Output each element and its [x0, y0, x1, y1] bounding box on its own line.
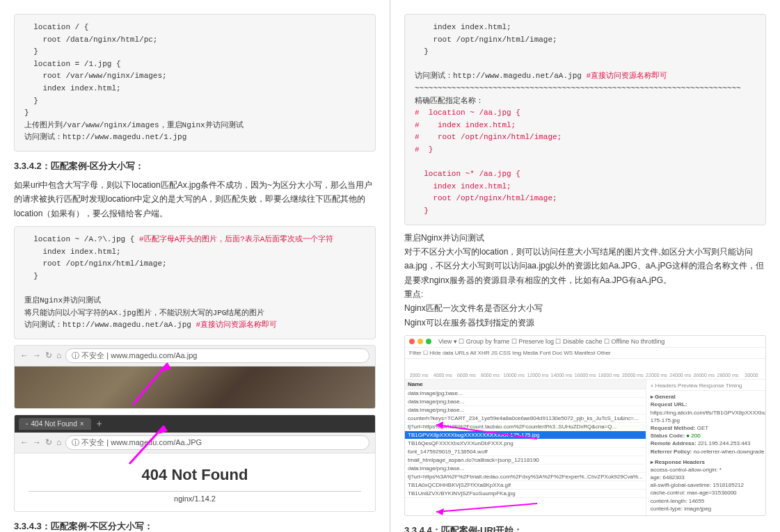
- response-header-row: access-control-allow-origin: *: [651, 466, 766, 474]
- name-column-header: Name: [405, 380, 646, 389]
- label: Referrer Policy:: [651, 449, 694, 455]
- code-text-with-comments: # location ~ /aa.jpg { # index index.htm…: [415, 108, 562, 215]
- response-header-row: content-length: 14655: [651, 497, 766, 505]
- toolbar-options[interactable]: View ▾ ☐ Group by frame ☐ Preserve log ☐…: [438, 338, 664, 345]
- request-row[interactable]: TB1Un8ZVX/BYKINVjSZFsoSuumpFKa.jpg: [405, 490, 646, 498]
- url-input[interactable]: ⓘ 不安全 | www.magedu.com/Aa.jpg: [65, 348, 369, 363]
- timeline-tick: 16000 ms: [574, 373, 596, 378]
- timeline-tick: 12000 ms: [527, 373, 549, 378]
- forward-icon[interactable]: →: [33, 437, 41, 447]
- response-header-row: ali-swift-global-savetime: 1518185212: [651, 481, 766, 489]
- value: https://img.alicdn.com/tfs/TB1GPVX8pXXXX…: [651, 410, 766, 424]
- url-text: www.magedu.com/Aa.JPG: [111, 438, 202, 446]
- request-row[interactable]: TB16QesQFXXXXbsXVXXunDbFXXX.png: [405, 440, 646, 448]
- browser-screenshot-404: ▫ 404 Not Found × + ← → ↻ ⌂ ⓘ 不安全 | www.…: [14, 414, 376, 512]
- minimize-dot-icon[interactable]: [417, 339, 423, 344]
- heading-3344: 3.3.4.4：匹配案例-URI开始：: [404, 524, 766, 532]
- separator-line: ~~~~~~~~~~~~~~~~~~~~~~~~~~~~~~~~~~~~~~~~…: [415, 84, 741, 92]
- timeline-tick: 24000 ms: [669, 373, 692, 378]
- devtools-toolbar: View ▾ ☐ Group by frame ☐ Preserve log ☐…: [405, 336, 765, 348]
- left-column: location / { root /data/nginx/html/pc; }…: [0, 0, 390, 532]
- request-row[interactable]: data:image/png;base...: [405, 465, 646, 473]
- timeline-tick: 22000 ms: [645, 373, 667, 378]
- response-headers-header[interactable]: ▸ Response Headers: [651, 458, 766, 466]
- arrow-annotation-icon: [433, 501, 544, 515]
- value: GET: [697, 425, 708, 431]
- back-icon[interactable]: ←: [20, 437, 29, 447]
- code-line: index index.html; root /opt/nginx/html/i…: [24, 248, 264, 330]
- new-tab-icon[interactable]: +: [94, 418, 105, 429]
- insecure-label: 不安全: [81, 351, 104, 360]
- code-comment: #直接访问资源名称即可: [196, 321, 277, 329]
- home-icon[interactable]: ⌂: [56, 350, 61, 360]
- close-tab-icon[interactable]: ×: [80, 420, 84, 428]
- devtools-split-pane: Name data:image/jpg;base... data:image/p…: [405, 380, 765, 515]
- code-comment: #匹配字母A开头的图片，后面?表示A后面零次或一个字符: [139, 235, 333, 243]
- heading-3342: 3.3.4.2：匹配案例-区分大小写：: [14, 160, 376, 172]
- insecure-icon: ⓘ: [72, 438, 79, 446]
- insecure-label: 不安全: [81, 438, 104, 446]
- detail-tabs[interactable]: × Headers Preview Response Timing: [651, 382, 766, 391]
- value: ● 200: [686, 433, 700, 439]
- request-row[interactable]: font_1475929019_7138504.woff: [405, 448, 646, 456]
- devtools-filter-bar[interactable]: Filter ☐ Hide data URLs All XHR JS CSS I…: [405, 348, 765, 359]
- browser-tab-bar: ▫ 404 Not Found × +: [15, 415, 375, 433]
- label: Request URL:: [651, 401, 687, 408]
- request-row-selected[interactable]: TB1GPVX8pXXXXbugXXXXXXXXXXXX-175-175.jpg: [405, 431, 646, 440]
- close-dot-icon[interactable]: [409, 339, 415, 344]
- page-content-image: [15, 366, 375, 408]
- url-bar: ← → ↻ ⌂ ⓘ 不安全 | www.magedu.com/Aa.jpg: [15, 346, 375, 366]
- svg-marker-7: [436, 508, 444, 515]
- reload-icon[interactable]: ↻: [45, 437, 52, 447]
- timeline-tick: 8000 ms: [479, 373, 501, 378]
- request-row[interactable]: data:image/jpg;base...: [405, 389, 646, 398]
- devtools-detail-pane: × Headers Preview Response Timing ▸ Gene…: [646, 380, 766, 515]
- referrer-policy-row: Referrer Policy: no-referrer-when-downgr…: [651, 448, 766, 456]
- timeline-tick: 26000 ms: [693, 373, 715, 378]
- label: Request Method:: [651, 425, 697, 431]
- general-section-header[interactable]: ▸ General: [651, 393, 766, 401]
- reload-icon[interactable]: ↻: [45, 350, 52, 360]
- forward-icon[interactable]: →: [33, 350, 41, 360]
- code-comment: #直接访问资源名称即可: [586, 72, 667, 80]
- code-text: index index.html; root /opt/nginx/html/i…: [415, 23, 586, 80]
- value: no-referrer-when-downgrade: [694, 449, 765, 455]
- code-line: location ~ /A.?\.jpg {: [24, 235, 139, 243]
- request-row[interactable]: data:image/png;base...: [405, 398, 646, 406]
- insecure-icon: ⓘ: [72, 351, 79, 360]
- paragraph-case-sensitive: 如果uri中包含大写字母，则以下location匹配Ax.jpg条件不成功，因为…: [14, 178, 376, 220]
- request-row[interactable]: tj?url=https%3A%2F%2Fcount.taobao.com%2F…: [405, 423, 646, 431]
- request-row[interactable]: TB1A0xQCDHHBKVjSZFfXXa8KpXXa.gif: [405, 481, 646, 490]
- devtools-request-list: Name data:image/jpg;base... data:image/p…: [405, 380, 646, 515]
- code-block-4: index index.html; root /opt/nginx/html/i…: [404, 14, 766, 225]
- request-row[interactable]: tmall_htmlpage_aspan.do?callback=jsonp_1…: [405, 456, 646, 465]
- response-header-row: content-type: image/jpeg: [651, 505, 766, 513]
- remote-address-row: Remote Address: 221.195.244.253:443: [651, 440, 766, 447]
- browser-screenshot-success: ← → ↻ ⌂ ⓘ 不安全 | www.magedu.com/Aa.jpg: [14, 345, 376, 409]
- home-icon[interactable]: ⌂: [56, 437, 61, 447]
- url-text: www.magedu.com/Aa.jpg: [111, 351, 197, 360]
- maximize-dot-icon[interactable]: [426, 339, 431, 344]
- svg-line-6: [436, 503, 537, 512]
- code-block-1: location / { root /data/nginx/html/pc; }…: [14, 14, 376, 152]
- timeline-tick: 18000 ms: [598, 373, 620, 378]
- paragraph-explanation: 重启Nginx并访问测试 对于不区分大小写的location，则可以访问任意大小…: [404, 231, 766, 330]
- back-icon[interactable]: ←: [20, 350, 29, 360]
- value: 221.195.244.253:443: [698, 440, 751, 446]
- browser-tab[interactable]: ▫ 404 Not Found ×: [19, 418, 91, 430]
- page-container: location / { root /data/nginx/html/pc; }…: [0, 0, 780, 532]
- request-row[interactable]: counterh?keys=TCART_234_1ye59e4a8a0ce6ae…: [405, 414, 646, 423]
- request-row[interactable]: data:image/png;base...: [405, 406, 646, 414]
- timeline-tick: 14000 ms: [550, 373, 573, 378]
- timeline-tick: 10000 ms: [503, 373, 525, 378]
- timeline-tick: 6000 ms: [455, 373, 477, 378]
- request-row[interactable]: tj?url=https%3A%2F%2Ftmall.dedao.com%2Fd…: [405, 473, 646, 481]
- right-column: index index.html; root /opt/nginx/html/i…: [390, 0, 780, 532]
- timeline-tick: 4000 ms: [431, 373, 454, 378]
- devtools-screenshot: View ▾ ☐ Group by frame ☐ Preserve log ☐…: [404, 335, 766, 516]
- error-server: nginx/1.14.2: [15, 494, 375, 503]
- error-page-content: 404 Not Found nginx/1.14.2: [15, 453, 375, 511]
- url-input[interactable]: ⓘ 不安全 | www.magedu.com/Aa.JPG: [65, 435, 369, 450]
- label: Remote Address:: [651, 440, 698, 446]
- animal-fur-image: [15, 366, 375, 408]
